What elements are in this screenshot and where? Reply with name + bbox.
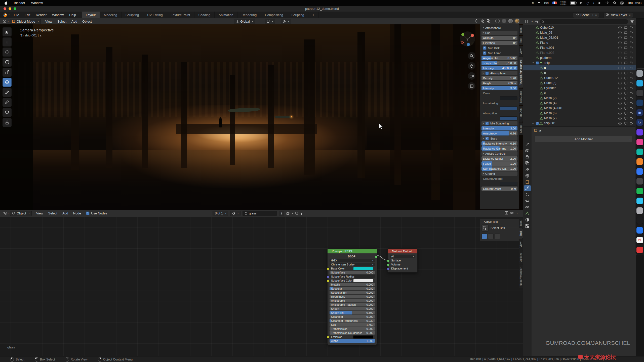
view-layer-selector[interactable]: View Layer× <box>603 12 633 18</box>
shading-wireframe-button[interactable] <box>495 19 500 23</box>
disable-viewport-icon[interactable] <box>624 52 627 54</box>
disable-render-camera-icon[interactable] <box>630 41 633 44</box>
node-socket[interactable] <box>327 280 330 282</box>
sidebar-row[interactable]: Falloff 1.00 <box>481 161 517 166</box>
workspace-tab[interactable]: Shading <box>194 12 215 18</box>
node-socket[interactable] <box>327 276 330 278</box>
sidebar-row[interactable]: Height 700 m <box>481 81 517 85</box>
node-property-row[interactable]: Transmission 0.000 <box>330 327 375 331</box>
node-property-row[interactable]: GGX <box>330 259 375 262</box>
disable-viewport-icon[interactable] <box>624 72 627 74</box>
disable-viewport-icon[interactable] <box>624 122 627 125</box>
workspace-tab[interactable]: Layout <box>82 12 100 18</box>
dock-app-icon[interactable] <box>636 90 643 96</box>
outliner-row[interactable]: Mesh (7) <box>523 116 636 121</box>
editor-type-icon[interactable] <box>3 20 7 23</box>
zoom-view-icon[interactable] <box>468 52 475 60</box>
outliner-row[interactable]: Plane.002 <box>523 50 636 55</box>
sidebar-row[interactable] <box>481 116 517 120</box>
workspace-tab[interactable]: Texture Paint <box>167 12 194 18</box>
shader-sidebar-tab[interactable]: Tool <box>519 229 523 238</box>
collection-checkbox[interactable] <box>536 122 539 125</box>
sidebar-row[interactable]: Distance Scalar 2.00 <box>481 156 517 161</box>
node-property-row[interactable]: Emission <box>330 335 375 339</box>
move-view-icon[interactable] <box>468 62 475 70</box>
disable-render-camera-icon[interactable] <box>630 52 633 54</box>
select-mode-subtract-button[interactable] <box>495 234 500 239</box>
viewport-menu-item[interactable]: Add <box>69 20 80 23</box>
hide-viewport-eye-icon[interactable] <box>618 52 622 54</box>
music-icon[interactable]: ♪ <box>593 1 594 5</box>
disable-viewport-icon[interactable] <box>624 41 627 44</box>
workspace-tab[interactable]: Modeling <box>100 12 122 18</box>
umbrella-icon[interactable]: ☂ <box>538 1 541 5</box>
xray-toggle-icon[interactable] <box>487 19 491 23</box>
disable-viewport-icon[interactable] <box>624 67 627 69</box>
dock-app-icon[interactable] <box>636 70 643 77</box>
node-property-row[interactable]: Displacement <box>390 267 415 270</box>
topbar-menu-item[interactable]: Render <box>33 12 49 18</box>
outliner-row[interactable]: Plane <box>523 40 636 45</box>
workspace-tab[interactable]: Compositing <box>261 12 287 18</box>
sidebar-tab[interactable]: Create <box>519 122 523 135</box>
volume-icon[interactable] <box>598 2 602 5</box>
clock-icon[interactable]: ◷ <box>586 1 589 5</box>
slot-selector[interactable]: Slot 1▾ <box>213 211 228 216</box>
hide-viewport-eye-icon[interactable] <box>618 31 622 34</box>
dock-app-icon[interactable] <box>636 207 643 214</box>
tool-extrude[interactable] <box>3 118 12 127</box>
disable-render-camera-icon[interactable] <box>630 26 633 29</box>
shader-sidebar-tab[interactable]: Item <box>519 218 523 228</box>
add-workspace-button[interactable]: + <box>308 12 319 18</box>
disable-render-camera-icon[interactable] <box>630 102 633 105</box>
dock-app-icon[interactable] <box>636 149 643 155</box>
node-property-row[interactable]: BSDF <box>330 255 375 258</box>
sidebar-row[interactable]: Mie Scattering <box>481 121 517 125</box>
workspace-tab[interactable]: Animation <box>215 12 237 18</box>
outliner-display-mode-icon[interactable] <box>535 20 538 23</box>
tab-constraints[interactable] <box>524 204 531 210</box>
shading-solid-button[interactable] <box>502 19 506 23</box>
node-socket[interactable] <box>387 259 390 262</box>
macos-menu-item[interactable]: Window <box>31 1 43 5</box>
browse-material-button[interactable]: ▾ <box>230 211 240 216</box>
dock-app-icon[interactable] <box>636 217 643 224</box>
sidebar-row[interactable]: Temperature 5,700.00 <box>481 61 517 65</box>
tool-cursor[interactable] <box>3 37 12 47</box>
disable-viewport-icon[interactable] <box>624 77 627 79</box>
filter-icon[interactable] <box>630 20 634 23</box>
node-property-row[interactable]: Alpha 1.000 <box>330 339 375 343</box>
disable-render-camera-icon[interactable] <box>630 92 633 95</box>
viewport-menu-item[interactable]: View <box>43 20 55 23</box>
use-nodes-toggle[interactable]: Use Nodes <box>86 211 107 215</box>
disable-render-camera-icon[interactable] <box>630 62 633 64</box>
hide-viewport-eye-icon[interactable] <box>618 62 622 64</box>
disable-render-camera-icon[interactable] <box>630 72 633 74</box>
dock-app-icon[interactable] <box>636 247 643 253</box>
disable-viewport-icon[interactable] <box>624 36 627 39</box>
sidebar-row[interactable]: Absorption: <box>481 111 517 115</box>
disable-render-camera-icon[interactable] <box>630 57 633 59</box>
outliner-row[interactable]: Cylinder <box>523 85 636 90</box>
dock-app-icon[interactable] <box>636 198 643 204</box>
material-name-field[interactable]: glass <box>243 211 277 216</box>
viewport-3d[interactable]: Camera Perspective (1) ship.001 | a <box>0 24 523 210</box>
sidebar-tab[interactable]: Tool <box>519 36 523 45</box>
outliner-search-input[interactable] <box>540 19 628 24</box>
viewport-menu-item[interactable]: Object <box>80 20 94 23</box>
disable-viewport-icon[interactable] <box>624 62 627 64</box>
material-users-count[interactable]: 2 <box>279 211 284 216</box>
minimize-window-button[interactable] <box>9 7 11 10</box>
hide-viewport-eye-icon[interactable] <box>618 36 622 39</box>
dock-app-icon[interactable] <box>636 158 643 165</box>
workspace-tab[interactable]: Rendering <box>237 12 261 18</box>
sidebar-row[interactable]: Density 1.20 <box>481 76 517 80</box>
battery-icon[interactable] <box>570 2 576 5</box>
dock-app-icon[interactable] <box>636 100 643 106</box>
disable-render-camera-icon[interactable] <box>630 31 633 34</box>
disable-render-camera-icon[interactable] <box>630 36 633 39</box>
disable-render-camera-icon[interactable] <box>630 87 633 89</box>
node-socket[interactable] <box>375 255 378 258</box>
hide-viewport-eye-icon[interactable] <box>618 77 622 79</box>
color-swatch[interactable] <box>500 106 518 110</box>
